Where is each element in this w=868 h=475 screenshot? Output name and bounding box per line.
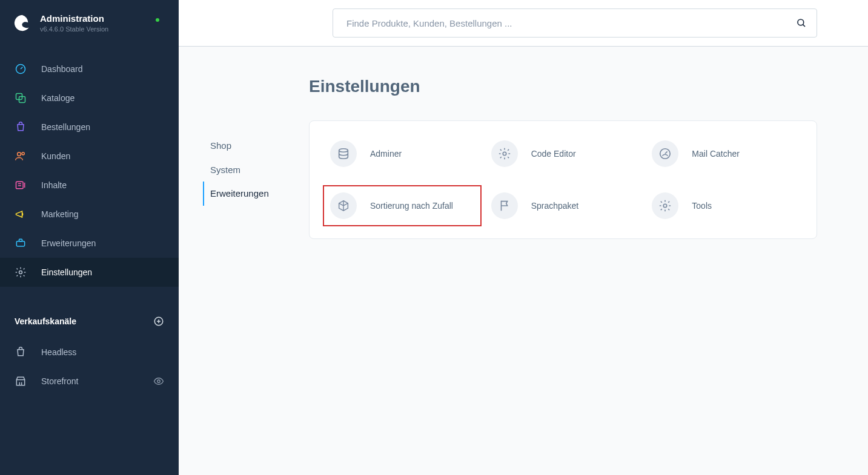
settings-item-tools[interactable]: Tools (649, 190, 798, 221)
extensions-icon (15, 237, 27, 249)
marketing-icon (15, 208, 27, 220)
storefront-icon (15, 375, 27, 387)
nav-item-marketing[interactable]: Marketing (0, 200, 179, 229)
gear-icon (491, 140, 518, 167)
main: Shop System Erweiterungen Einstellungen … (179, 0, 868, 475)
svg-point-17 (157, 380, 161, 383)
settings-item-random-sort[interactable]: Sortierung nach Zufall (328, 190, 477, 221)
gear-icon (652, 192, 678, 219)
add-sales-channel-button[interactable] (153, 316, 164, 327)
tab-shop[interactable]: Shop (203, 134, 309, 158)
settings-item-adminer[interactable]: Adminer (328, 138, 477, 169)
sales-channels-title: Verkaufskanäle (15, 316, 76, 326)
nav-item-orders[interactable]: Bestellungen (0, 113, 179, 142)
headless-icon (15, 346, 27, 358)
tab-system[interactable]: System (203, 158, 309, 182)
cube-icon (330, 192, 357, 219)
nav-label: Erweiterungen (41, 238, 96, 248)
settings-item-label: Tools (692, 201, 712, 211)
svg-point-4 (22, 152, 24, 155)
svg-rect-9 (16, 241, 24, 246)
nav-item-content[interactable]: Inhalte (0, 171, 179, 200)
svg-point-24 (664, 204, 668, 208)
settings-card: Adminer Code Editor Mail Catcher So (309, 120, 817, 239)
search-input[interactable] (346, 18, 796, 28)
sales-channels: Verkaufskanäle Headless Storefront (0, 287, 179, 396)
sales-channel-label: Storefront (41, 376, 78, 386)
eye-icon[interactable] (153, 376, 164, 387)
global-search[interactable] (333, 8, 817, 38)
settings-item-label: Sortierung nach Zufall (370, 201, 453, 211)
nav-label: Marketing (41, 209, 78, 219)
sales-channel-headless[interactable]: Headless (15, 338, 164, 367)
nav-label: Kataloge (41, 93, 75, 103)
settings-tabs: Shop System Erweiterungen (179, 47, 309, 239)
svg-point-11 (19, 271, 22, 274)
shopware-logo-icon (13, 14, 31, 32)
settings-item-label: Sprachpaket (531, 201, 579, 211)
sales-channel-label: Headless (41, 347, 76, 357)
svg-point-18 (798, 19, 804, 25)
app-title: Administration (40, 13, 108, 24)
status-indicator (156, 18, 159, 22)
gauge-icon (652, 140, 678, 167)
nav-label: Dashboard (41, 64, 83, 74)
main-nav: Dashboard Kataloge Bestellungen Kunden I… (0, 44, 179, 287)
sidebar: Administration v6.4.6.0 Stable Version D… (0, 0, 179, 475)
nav-item-settings[interactable]: Einstellungen (0, 258, 179, 287)
svg-point-21 (503, 152, 506, 156)
nav-label: Einstellungen (41, 267, 92, 277)
settings-item-label: Mail Catcher (692, 149, 740, 159)
topbar (179, 0, 868, 47)
settings-icon (15, 266, 27, 278)
svg-rect-10 (19, 239, 22, 241)
orders-icon (15, 121, 27, 133)
settings-item-label: Adminer (370, 149, 402, 159)
database-icon (330, 140, 357, 167)
nav-item-dashboard[interactable]: Dashboard (0, 54, 179, 84)
nav-item-customers[interactable]: Kunden (0, 142, 179, 171)
sales-channel-storefront[interactable]: Storefront (15, 367, 164, 396)
search-icon (796, 18, 807, 28)
svg-point-3 (18, 152, 21, 156)
svg-point-20 (339, 149, 348, 152)
flag-icon (491, 192, 518, 219)
nav-label: Bestellungen (41, 122, 90, 132)
catalog-icon (15, 92, 27, 104)
tab-extensions[interactable]: Erweiterungen (203, 182, 309, 206)
customers-icon (15, 150, 27, 162)
nav-item-extensions[interactable]: Erweiterungen (0, 229, 179, 258)
nav-item-catalogs[interactable]: Kataloge (0, 84, 179, 113)
sidebar-header: Administration v6.4.6.0 Stable Version (0, 0, 179, 44)
settings-item-language-pack[interactable]: Sprachpaket (489, 190, 638, 221)
app-version: v6.4.6.0 Stable Version (40, 25, 108, 33)
nav-label: Kunden (41, 151, 70, 161)
settings-item-mail-catcher[interactable]: Mail Catcher (649, 138, 798, 169)
content-icon (15, 179, 27, 191)
page-title: Einstellungen (309, 77, 817, 96)
svg-rect-5 (16, 182, 24, 189)
dashboard-icon (15, 63, 27, 75)
settings-item-code-editor[interactable]: Code Editor (489, 138, 638, 169)
nav-label: Inhalte (41, 180, 67, 190)
svg-line-19 (803, 24, 805, 27)
settings-item-label: Code Editor (531, 149, 576, 159)
